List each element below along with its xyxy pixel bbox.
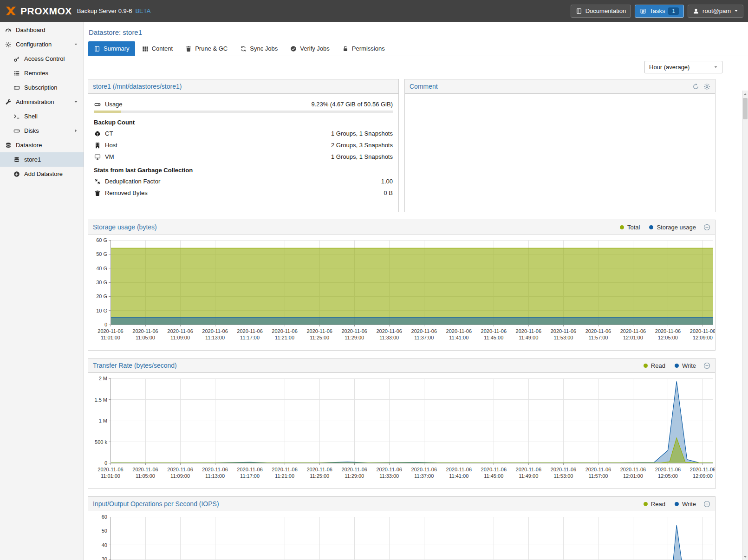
svg-text:11:25:00: 11:25:00	[310, 335, 329, 340]
comment-panel: Comment	[404, 79, 715, 212]
backup-row-vm-label: VM	[105, 153, 114, 160]
tab-sync-jobs[interactable]: Sync Jobs	[234, 41, 283, 56]
legend-label: Read	[651, 501, 665, 508]
svg-text:11:09:00: 11:09:00	[170, 335, 190, 340]
sidebar-item-add-datastore[interactable]: Add Datastore	[0, 167, 84, 181]
tab-content[interactable]: Content	[137, 41, 179, 56]
top-bar: PROXMOX Backup Server 0.9-6 BETA Documen…	[0, 0, 748, 22]
svg-text:12:05:00: 12:05:00	[658, 473, 678, 479]
caret-down-icon[interactable]	[72, 100, 80, 104]
comment-body[interactable]	[405, 94, 715, 212]
scrollbar-thumb[interactable]	[743, 98, 748, 119]
tab-label: Permissions	[352, 45, 385, 52]
terminal-icon	[13, 113, 20, 120]
collapse-icon[interactable]	[703, 501, 710, 508]
scroll-up-arrow[interactable]	[742, 91, 748, 98]
tasks-label: Tasks	[650, 7, 665, 14]
legend-item-read[interactable]: Read	[644, 501, 665, 508]
gear-icon[interactable]	[703, 83, 710, 90]
gc-row-deduplication-factor-label: Deduplication Factor	[105, 178, 160, 185]
tab-prune-gc[interactable]: Prune & GC	[180, 41, 233, 56]
th-icon	[142, 46, 149, 52]
chart-area-transfer-rate[interactable]: 0500 k1 M1.5 M2 M2020-11-0611:01:002020-…	[88, 373, 715, 488]
chart-panel-transfer-rate: Transfer Rate (bytes/second)ReadWrite050…	[88, 358, 715, 489]
collapse-icon[interactable]	[703, 362, 710, 369]
sidebar-item-label: Administration	[16, 98, 54, 105]
chart-area-iops[interactable]: 01020304050602020-11-0611:01:002020-11-0…	[88, 511, 715, 560]
chevron-down-icon	[734, 9, 738, 13]
caret-right-icon[interactable]	[72, 129, 80, 133]
legend-dot	[649, 225, 653, 229]
sidebar-item-datastore[interactable]: Datastore	[0, 138, 84, 152]
svg-text:2020-11-06: 2020-11-06	[551, 467, 576, 472]
svg-text:60 G: 60 G	[96, 237, 107, 243]
svg-text:2020-11-06: 2020-11-06	[551, 328, 576, 334]
legend-item-storage-usage[interactable]: Storage usage	[649, 224, 696, 231]
sidebar-item-access-control[interactable]: Access Control	[0, 52, 84, 66]
svg-text:2020-11-06: 2020-11-06	[620, 467, 646, 472]
scroll-down-arrow[interactable]	[742, 553, 748, 560]
legend-label: Write	[682, 501, 696, 508]
svg-text:11:17:00: 11:17:00	[240, 335, 260, 340]
svg-text:11:49:00: 11:49:00	[519, 335, 538, 340]
time-range-select[interactable]: Hour (average)	[644, 61, 722, 73]
vertical-scrollbar[interactable]	[742, 91, 748, 560]
svg-text:500 k: 500 k	[95, 439, 107, 445]
legend-dot	[675, 364, 679, 368]
user-label: root@pam	[702, 7, 731, 14]
svg-text:60: 60	[102, 514, 107, 520]
svg-text:2 M: 2 M	[99, 376, 107, 381]
tab-permissions[interactable]: Permissions	[337, 41, 390, 56]
caret-down-icon[interactable]	[72, 42, 80, 46]
gc-row-removed-bytes: Removed Bytes0 B	[94, 187, 393, 199]
svg-text:11:49:00: 11:49:00	[519, 473, 538, 479]
svg-text:12:01:00: 12:01:00	[623, 335, 643, 340]
legend-dot	[620, 225, 624, 229]
hdd-icon	[13, 128, 20, 134]
sidebar-item-disks[interactable]: Disks	[0, 124, 84, 138]
svg-text:11:21:00: 11:21:00	[275, 335, 294, 340]
user-icon	[693, 8, 699, 14]
legend-label: Read	[651, 362, 665, 369]
svg-text:40: 40	[102, 542, 107, 548]
beta-link[interactable]: BETA	[135, 7, 150, 14]
legend-item-write[interactable]: Write	[675, 362, 696, 369]
tab-bar: SummaryContentPrune & GCSync JobsVerify …	[84, 41, 748, 56]
svg-text:2020-11-06: 2020-11-06	[132, 328, 158, 334]
svg-text:12:01:00: 12:01:00	[623, 473, 643, 479]
collapse-icon[interactable]	[703, 224, 710, 231]
chart-area-storage-usage[interactable]: 010 G20 G30 G40 G50 G60 G2020-11-0611:01…	[88, 234, 715, 350]
documentation-label: Documentation	[585, 7, 626, 14]
sidebar-item-subscription[interactable]: Subscription	[0, 80, 84, 95]
revert-icon[interactable]	[692, 83, 699, 90]
sidebar-item-shell[interactable]: Shell	[0, 109, 84, 124]
svg-text:2020-11-06: 2020-11-06	[585, 328, 611, 334]
documentation-button[interactable]: Documentation	[571, 5, 631, 18]
sidebar-item-remotes[interactable]: Remotes	[0, 66, 84, 80]
sidebar-item-label: Datastore	[16, 142, 42, 149]
svg-text:2020-11-06: 2020-11-06	[411, 467, 437, 472]
tasks-button[interactable]: Tasks 1	[635, 5, 684, 18]
sidebar-item-dashboard[interactable]: Dashboard	[0, 23, 84, 37]
sidebar-item-label: Subscription	[24, 84, 58, 91]
content-area: store1 (/mnt/datastores/store1) Usage9.2…	[84, 78, 748, 560]
usage-row-value: 9.23% (4.67 GiB of 50.56 GiB)	[311, 101, 393, 108]
sidebar-item-administration[interactable]: Administration	[0, 95, 84, 109]
unlock-icon	[342, 46, 349, 52]
tab-label: Verify Jobs	[300, 45, 330, 52]
tab-verify-jobs[interactable]: Verify Jobs	[285, 41, 335, 56]
comment-tools	[692, 83, 710, 90]
svg-text:2020-11-06: 2020-11-06	[411, 328, 437, 334]
tab-summary[interactable]: Summary	[88, 41, 135, 56]
range-row: Hour (average)	[84, 56, 748, 78]
svg-text:2020-11-06: 2020-11-06	[167, 467, 193, 472]
svg-text:2020-11-06: 2020-11-06	[132, 467, 158, 472]
legend-item-read[interactable]: Read	[644, 362, 665, 369]
legend-item-total[interactable]: Total	[620, 224, 640, 231]
sidebar-item-configuration[interactable]: Configuration	[0, 37, 84, 52]
sidebar-item-store1[interactable]: store1	[0, 152, 84, 167]
legend-item-write[interactable]: Write	[675, 501, 696, 508]
user-menu-button[interactable]: root@pam	[688, 5, 743, 18]
cogs-icon	[4, 41, 12, 48]
sidebar-item-label: Configuration	[16, 41, 52, 48]
